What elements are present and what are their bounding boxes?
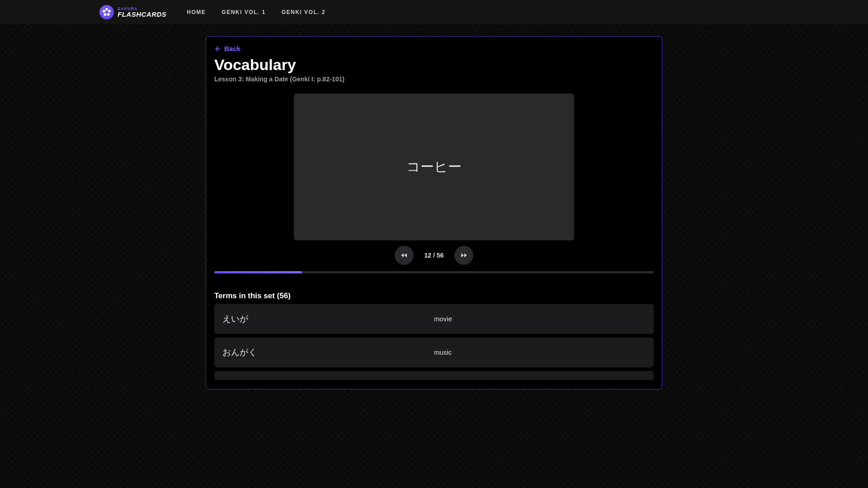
prev-button[interactable] <box>395 246 414 265</box>
term-japanese: えいが <box>222 313 434 325</box>
flashcard-controls: 12 / 56 <box>214 246 654 265</box>
page-title: Vocabulary <box>214 56 654 74</box>
rewind-icon <box>400 251 408 259</box>
svg-point-0 <box>105 8 108 11</box>
back-label: Back <box>224 45 241 52</box>
card-counter: 12 / 56 <box>425 252 444 259</box>
nav-home[interactable]: HOME <box>187 9 206 15</box>
flashcard-text: コーヒー <box>406 158 462 176</box>
brand-bottom: FLASHCARDS <box>118 11 166 18</box>
svg-point-4 <box>103 10 105 13</box>
term-english: movie <box>434 315 646 323</box>
svg-point-2 <box>107 13 110 16</box>
term-row: えいが movie <box>214 304 654 334</box>
logo[interactable]: SAKURA FLASHCARDS <box>99 5 166 19</box>
nav-genki-2[interactable]: GENKI VOL. 2 <box>282 9 326 15</box>
next-button[interactable] <box>454 246 473 265</box>
back-link[interactable]: Back <box>214 45 241 52</box>
term-japanese: おんがく <box>222 347 434 358</box>
term-english: music <box>434 348 646 356</box>
main-panel: Back Vocabulary Lesson 3: Making a Date … <box>206 36 662 389</box>
svg-point-5 <box>106 11 108 13</box>
forward-icon <box>460 251 468 259</box>
flashcard[interactable]: コーヒー <box>294 94 574 240</box>
page-subtitle: Lesson 3: Making a Date (Genki I: p.82-1… <box>214 75 654 83</box>
main-nav: HOME GENKI VOL. 1 GENKI VOL. 2 <box>187 9 326 15</box>
nav-genki-1[interactable]: GENKI VOL. 1 <box>222 9 265 15</box>
svg-point-1 <box>108 10 111 13</box>
logo-text: SAKURA FLASHCARDS <box>118 7 166 18</box>
sakura-icon <box>99 5 114 19</box>
svg-point-3 <box>104 13 106 16</box>
term-row: おんがく music <box>214 338 654 367</box>
arrow-left-icon <box>214 45 222 52</box>
progress-fill <box>214 271 302 273</box>
top-header: SAKURA FLASHCARDS HOME GENKI VOL. 1 GENK… <box>0 0 868 24</box>
progress-bar[interactable] <box>214 271 654 273</box>
term-row <box>214 371 654 380</box>
terms-heading: Terms in this set (56) <box>214 291 654 300</box>
